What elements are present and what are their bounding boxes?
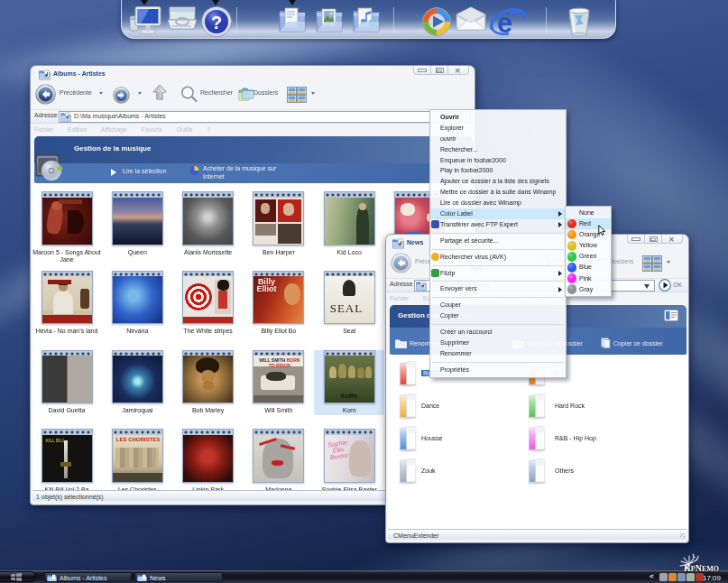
svg-text:?: ? <box>211 13 222 32</box>
